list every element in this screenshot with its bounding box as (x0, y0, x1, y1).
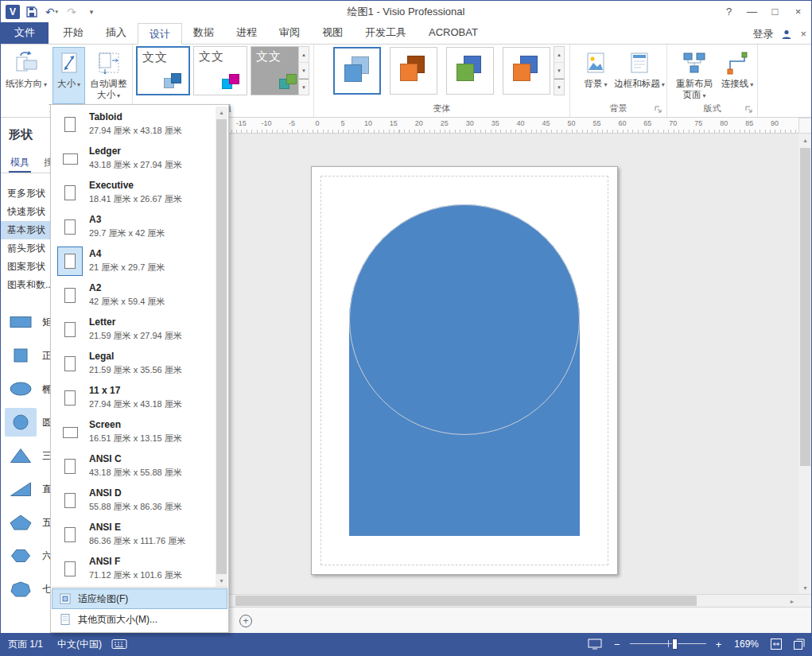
ribbon-tab-developer[interactable]: 开发工具 (354, 22, 418, 44)
shapes-panel-title: 形状 (9, 127, 33, 142)
size-option-ansi-f[interactable]: ANSI F71.12 厘米 x 101.6 厘米 (52, 552, 215, 586)
window-title: 绘图1 - Visio Professional (1, 1, 811, 23)
pentagon-icon (5, 508, 37, 537)
save-icon[interactable] (24, 3, 40, 21)
menu-scroll-up-icon[interactable]: ▲ (216, 107, 227, 118)
theme-gallery-more-icon[interactable]: ▼ (299, 79, 309, 95)
more-page-sizes-item[interactable]: 其他页面大小(M)... (52, 609, 227, 630)
theme-color-swatch (286, 74, 297, 84)
ruler-tick-label: 35 (491, 119, 499, 127)
switch-windows-icon[interactable] (791, 633, 808, 655)
zoom-out-icon[interactable]: − (610, 639, 624, 650)
account-icon[interactable] (781, 29, 792, 40)
zoom-in-icon[interactable]: + (712, 639, 726, 650)
paper-size-icon (57, 246, 83, 276)
sign-in-link[interactable]: 登录 (752, 27, 773, 41)
minimize-icon[interactable]: — (740, 1, 763, 22)
menu-scroll-thumb[interactable] (216, 119, 227, 574)
size-option-dimensions: 16.51 厘米 x 13.15 厘米 (89, 433, 215, 444)
size-option-screen[interactable]: Screen16.51 厘米 x 13.15 厘米 (52, 415, 215, 449)
menu-scroll-down-icon[interactable]: ▼ (216, 575, 227, 587)
close-icon[interactable]: × (787, 1, 810, 22)
document-close-icon[interactable]: × (800, 28, 806, 40)
ribbon-tab-insert[interactable]: 插入 (95, 22, 138, 44)
variant-gallery-more-icon[interactable]: ▼ (554, 79, 564, 95)
horizontal-scrollbar[interactable]: ◄ ► (141, 594, 798, 607)
variant-scroll-down-icon[interactable]: ▼ (554, 63, 564, 79)
page-thumb-portrait (64, 561, 76, 576)
size-button[interactable]: 大小▾ (52, 47, 85, 104)
drawing-canvas[interactable] (154, 134, 798, 594)
add-page-icon[interactable]: + (239, 615, 252, 627)
ribbon-tab-review[interactable]: 审阅 (268, 22, 311, 44)
variant-scroll-up-icon[interactable]: ▲ (554, 47, 564, 63)
size-option-11-x-17[interactable]: 11 x 1727.94 厘米 x 43.18 厘米 (52, 381, 215, 415)
size-option-ledger[interactable]: Ledger43.18 厘米 x 27.94 厘米 (52, 142, 215, 176)
fit-to-drawing-item[interactable]: 适应绘图(F) (52, 588, 227, 609)
ruler-tick-label: 75 (694, 119, 702, 127)
size-option-ansi-d[interactable]: ANSI D55.88 厘米 x 86.36 厘米 (52, 483, 215, 518)
size-menu-scrollbar[interactable]: ▲ ▼ (216, 107, 227, 587)
theme-card-2[interactable]: 文文 (193, 46, 247, 95)
size-option-letter[interactable]: Letter21.59 厘米 x 27.94 厘米 (52, 312, 215, 347)
tab-stencils[interactable]: 模具 (9, 153, 31, 173)
autosize-button[interactable]: 自动调整大小▾ (87, 47, 130, 104)
size-option-ansi-c[interactable]: ANSI C43.18 厘米 x 55.88 厘米 (52, 449, 215, 483)
page-indicator[interactable]: 页面 1/1 (1, 633, 50, 655)
visio-window: 绘图1 - Visio Professional V ↶▾ ↷ ▾ ? — □ … (0, 0, 812, 656)
ribbon-tab-file[interactable]: 文件 (1, 22, 49, 44)
theme-card-1[interactable]: 文文 (136, 46, 190, 95)
horizontal-scroll-thumb[interactable] (235, 596, 697, 606)
drawing-page[interactable] (311, 166, 618, 575)
zoom-level[interactable]: 169% (731, 639, 762, 650)
size-option-dimensions: 55.88 厘米 x 86.36 厘米 (89, 501, 215, 513)
vertical-scrollbar[interactable]: ▲ ▼ (798, 118, 812, 594)
vertical-scroll-thumb[interactable] (800, 148, 810, 466)
redo-icon[interactable]: ↷ (64, 3, 80, 21)
presentation-mode-icon[interactable] (585, 633, 604, 655)
keyboard-icon[interactable] (109, 633, 130, 655)
relayout-page-button[interactable]: 重新布局页面▾ (671, 47, 717, 104)
qat-customize-icon[interactable]: ▾ (84, 3, 99, 21)
variant-card-2[interactable] (390, 47, 437, 95)
size-option-executive[interactable]: Executive18.41 厘米 x 26.67 厘米 (52, 176, 215, 210)
square-icon (5, 341, 37, 370)
size-option-a3[interactable]: A329.7 厘米 x 42 厘米 (52, 210, 215, 244)
horizontal-ruler[interactable]: -15-10-505101520253035404550556065707580… (141, 118, 798, 134)
zoom-slider[interactable] (630, 637, 706, 651)
ribbon-tab-process[interactable]: 进程 (225, 22, 268, 44)
undo-icon[interactable]: ↶▾ (44, 3, 60, 21)
language-indicator[interactable]: 中文(中国) (50, 633, 109, 655)
theme-scroll-up-icon[interactable]: ▲ (299, 47, 309, 63)
borders-titles-button[interactable]: 边框和标题▾ (616, 47, 662, 104)
scroll-right-icon[interactable]: ► (786, 595, 798, 607)
fit-page-to-window-icon[interactable] (767, 633, 785, 655)
size-option-ansi-e[interactable]: ANSI E86.36 厘米 x 111.76 厘米 (52, 518, 215, 552)
connectors-button[interactable]: 连接线▾ (720, 47, 755, 104)
visio-logo-icon[interactable]: V (6, 5, 20, 19)
variant-card-3[interactable] (446, 47, 494, 95)
connectors-icon (725, 50, 750, 76)
zoom-slider-handle[interactable] (672, 639, 678, 650)
ribbon-tab-right: 登录 × (752, 23, 806, 45)
ribbon-tab-home[interactable]: 开始 (52, 22, 95, 44)
fit-to-drawing-icon (59, 592, 72, 605)
ribbon-tab-design[interactable]: 设计 (138, 23, 182, 45)
size-option-legal[interactable]: Legal21.59 厘米 x 35.56 厘米 (52, 347, 215, 381)
variant-card-4[interactable] (503, 47, 550, 95)
ribbon-tab-acrobat[interactable]: ACROBAT (418, 22, 489, 44)
help-icon[interactable]: ? (717, 1, 740, 22)
variant-card-1[interactable] (333, 47, 381, 95)
theme-scroll-down-icon[interactable]: ▼ (299, 63, 309, 79)
ribbon-tab-view[interactable]: 视图 (311, 22, 354, 44)
ribbon-tab-data[interactable]: 数据 (182, 22, 225, 44)
maximize-icon[interactable]: □ (763, 1, 787, 22)
size-option-a2[interactable]: A242 厘米 x 59.4 厘米 (52, 278, 215, 312)
size-option-a4[interactable]: A421 厘米 x 29.7 厘米 (52, 244, 215, 278)
scroll-up-icon[interactable]: ▲ (798, 134, 812, 146)
background-button[interactable]: 背景▾ (577, 47, 615, 104)
orientation-button[interactable]: 纸张方向▾ (4, 47, 49, 104)
theme-card-3[interactable]: 文文 (251, 46, 305, 95)
size-option-tabloid[interactable]: Tabloid27.94 厘米 x 43.18 厘米 (52, 107, 215, 142)
scroll-down-icon[interactable]: ▼ (798, 581, 812, 594)
